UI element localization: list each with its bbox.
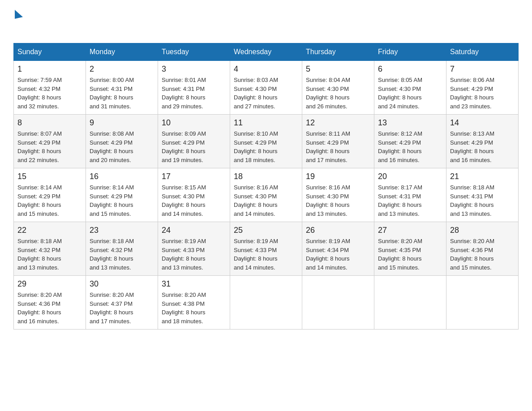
day-info: Sunrise: 8:20 AMSunset: 4:35 PMDaylight:…: [378, 238, 422, 271]
day-number: 22: [17, 226, 82, 235]
empty-cell: [302, 276, 374, 330]
day-cell-30: 30 Sunrise: 8:20 AMSunset: 4:37 PMDaylig…: [86, 276, 158, 330]
day-number: 26: [306, 226, 370, 235]
logo-arrow-icon: [15, 10, 23, 19]
day-cell-10: 10 Sunrise: 8:09 AMSunset: 4:29 PMDaylig…: [158, 115, 230, 168]
day-info: Sunrise: 8:18 AMSunset: 4:32 PMDaylight:…: [90, 238, 134, 271]
day-info: Sunrise: 8:19 AMSunset: 4:34 PMDaylight:…: [306, 238, 350, 271]
week-row-5: 29 Sunrise: 8:20 AMSunset: 4:36 PMDaylig…: [14, 276, 519, 330]
day-number: 3: [162, 64, 226, 74]
day-number: 30: [90, 279, 154, 289]
logo: [13, 9, 23, 34]
day-number: 13: [378, 118, 442, 128]
empty-cell: [374, 276, 446, 330]
week-row-3: 15 Sunrise: 8:14 AMSunset: 4:29 PMDaylig…: [14, 168, 519, 222]
day-cell-23: 23 Sunrise: 8:18 AMSunset: 4:32 PMDaylig…: [86, 222, 158, 276]
day-cell-1: 1 Sunrise: 7:59 AMSunset: 4:32 PMDayligh…: [14, 61, 86, 115]
week-row-1: 1 Sunrise: 7:59 AMSunset: 4:32 PMDayligh…: [14, 61, 519, 115]
day-number: 6: [378, 64, 442, 74]
day-cell-22: 22 Sunrise: 8:18 AMSunset: 4:32 PMDaylig…: [14, 222, 86, 276]
week-row-2: 8 Sunrise: 8:07 AMSunset: 4:29 PMDayligh…: [14, 115, 519, 168]
day-cell-8: 8 Sunrise: 8:07 AMSunset: 4:29 PMDayligh…: [14, 115, 86, 168]
day-cell-16: 16 Sunrise: 8:14 AMSunset: 4:29 PMDaylig…: [86, 168, 158, 222]
day-header-thursday: Thursday: [302, 43, 374, 61]
day-number: 8: [17, 118, 82, 128]
day-cell-29: 29 Sunrise: 8:20 AMSunset: 4:36 PMDaylig…: [14, 276, 86, 330]
day-info: Sunrise: 8:20 AMSunset: 4:36 PMDaylight:…: [450, 238, 494, 271]
calendar-table: SundayMondayTuesdayWednesdayThursdayFrid…: [13, 43, 519, 330]
day-number: 21: [450, 172, 515, 181]
day-number: 7: [450, 64, 515, 74]
day-info: Sunrise: 8:18 AMSunset: 4:31 PMDaylight:…: [450, 184, 494, 217]
day-info: Sunrise: 8:16 AMSunset: 4:30 PMDaylight:…: [234, 184, 278, 217]
day-number: 15: [17, 172, 82, 181]
day-number: 2: [90, 64, 154, 74]
day-info: Sunrise: 8:03 AMSunset: 4:30 PMDaylight:…: [234, 77, 278, 110]
day-info: Sunrise: 8:07 AMSunset: 4:29 PMDaylight:…: [17, 130, 62, 163]
day-number: 20: [378, 172, 442, 181]
day-cell-15: 15 Sunrise: 8:14 AMSunset: 4:29 PMDaylig…: [14, 168, 86, 222]
day-info: Sunrise: 8:15 AMSunset: 4:30 PMDaylight:…: [162, 184, 206, 217]
day-cell-6: 6 Sunrise: 8:05 AMSunset: 4:30 PMDayligh…: [374, 61, 446, 115]
day-cell-25: 25 Sunrise: 8:19 AMSunset: 4:33 PMDaylig…: [230, 222, 302, 276]
day-info: Sunrise: 8:14 AMSunset: 4:29 PMDaylight:…: [90, 184, 134, 217]
day-info: Sunrise: 8:09 AMSunset: 4:29 PMDaylight:…: [162, 130, 206, 163]
day-cell-11: 11 Sunrise: 8:10 AMSunset: 4:29 PMDaylig…: [230, 115, 302, 168]
day-header-friday: Friday: [374, 43, 446, 61]
day-info: Sunrise: 8:20 AMSunset: 4:38 PMDaylight:…: [162, 291, 206, 325]
day-number: 1: [17, 64, 82, 74]
day-header-monday: Monday: [86, 43, 158, 61]
day-cell-21: 21 Sunrise: 8:18 AMSunset: 4:31 PMDaylig…: [446, 168, 519, 222]
day-info: Sunrise: 8:01 AMSunset: 4:31 PMDaylight:…: [162, 77, 206, 110]
day-cell-12: 12 Sunrise: 8:11 AMSunset: 4:29 PMDaylig…: [302, 115, 374, 168]
day-header-saturday: Saturday: [446, 43, 519, 61]
day-number: 29: [17, 279, 82, 289]
day-info: Sunrise: 8:19 AMSunset: 4:33 PMDaylight:…: [234, 238, 278, 271]
day-info: Sunrise: 8:20 AMSunset: 4:37 PMDaylight:…: [90, 291, 134, 325]
day-cell-2: 2 Sunrise: 8:00 AMSunset: 4:31 PMDayligh…: [86, 61, 158, 115]
day-info: Sunrise: 8:20 AMSunset: 4:36 PMDaylight:…: [17, 291, 62, 325]
day-cell-7: 7 Sunrise: 8:06 AMSunset: 4:29 PMDayligh…: [446, 61, 519, 115]
day-info: Sunrise: 8:08 AMSunset: 4:29 PMDaylight:…: [90, 130, 134, 163]
day-info: Sunrise: 8:18 AMSunset: 4:32 PMDaylight:…: [17, 238, 62, 271]
day-cell-3: 3 Sunrise: 8:01 AMSunset: 4:31 PMDayligh…: [158, 61, 230, 115]
day-info: Sunrise: 8:19 AMSunset: 4:33 PMDaylight:…: [162, 238, 206, 271]
day-number: 24: [162, 226, 226, 235]
day-cell-31: 31 Sunrise: 8:20 AMSunset: 4:38 PMDaylig…: [158, 276, 230, 330]
empty-cell: [446, 276, 519, 330]
day-info: Sunrise: 8:04 AMSunset: 4:30 PMDaylight:…: [306, 77, 350, 110]
day-cell-14: 14 Sunrise: 8:13 AMSunset: 4:29 PMDaylig…: [446, 115, 519, 168]
day-number: 19: [306, 172, 370, 181]
day-cell-26: 26 Sunrise: 8:19 AMSunset: 4:34 PMDaylig…: [302, 222, 374, 276]
day-number: 12: [306, 118, 370, 128]
day-info: Sunrise: 8:14 AMSunset: 4:29 PMDaylight:…: [17, 184, 62, 217]
day-number: 11: [234, 118, 298, 128]
day-number: 27: [378, 226, 442, 235]
week-row-4: 22 Sunrise: 8:18 AMSunset: 4:32 PMDaylig…: [14, 222, 519, 276]
day-cell-18: 18 Sunrise: 8:16 AMSunset: 4:30 PMDaylig…: [230, 168, 302, 222]
day-cell-19: 19 Sunrise: 8:16 AMSunset: 4:30 PMDaylig…: [302, 168, 374, 222]
day-info: Sunrise: 8:16 AMSunset: 4:30 PMDaylight:…: [306, 184, 350, 217]
day-cell-9: 9 Sunrise: 8:08 AMSunset: 4:29 PMDayligh…: [86, 115, 158, 168]
day-number: 31: [162, 279, 226, 289]
day-number: 23: [90, 226, 154, 235]
day-cell-20: 20 Sunrise: 8:17 AMSunset: 4:31 PMDaylig…: [374, 168, 446, 222]
day-info: Sunrise: 8:05 AMSunset: 4:30 PMDaylight:…: [378, 77, 422, 110]
day-cell-4: 4 Sunrise: 8:03 AMSunset: 4:30 PMDayligh…: [230, 61, 302, 115]
day-number: 17: [162, 172, 226, 181]
day-info: Sunrise: 8:10 AMSunset: 4:29 PMDaylight:…: [234, 130, 278, 163]
day-info: Sunrise: 8:17 AMSunset: 4:31 PMDaylight:…: [378, 184, 422, 217]
day-info: Sunrise: 8:12 AMSunset: 4:29 PMDaylight:…: [378, 130, 422, 163]
day-number: 18: [234, 172, 298, 181]
day-info: Sunrise: 8:06 AMSunset: 4:29 PMDaylight:…: [450, 77, 494, 110]
day-number: 14: [450, 118, 515, 128]
day-cell-27: 27 Sunrise: 8:20 AMSunset: 4:35 PMDaylig…: [374, 222, 446, 276]
day-number: 10: [162, 118, 226, 128]
day-cell-5: 5 Sunrise: 8:04 AMSunset: 4:30 PMDayligh…: [302, 61, 374, 115]
day-number: 25: [234, 226, 298, 235]
day-cell-17: 17 Sunrise: 8:15 AMSunset: 4:30 PMDaylig…: [158, 168, 230, 222]
day-number: 5: [306, 64, 370, 74]
day-cell-13: 13 Sunrise: 8:12 AMSunset: 4:29 PMDaylig…: [374, 115, 446, 168]
day-header-wednesday: Wednesday: [230, 43, 302, 61]
day-number: 9: [90, 118, 154, 128]
